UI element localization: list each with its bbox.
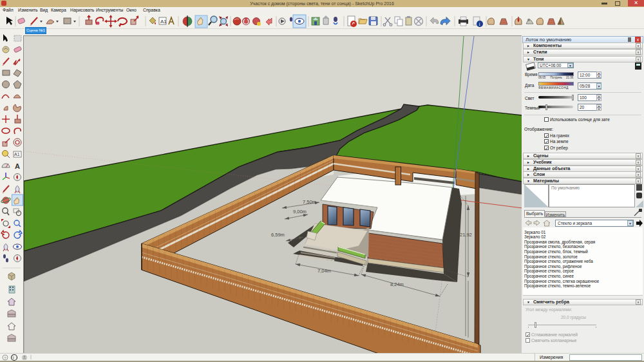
svg-text:7,04m: 7,04m: [317, 268, 331, 274]
svg-text:21,92: 21,92: [460, 232, 472, 238]
svg-text:7,50m: 7,50m: [303, 199, 316, 205]
svg-text:A: A: [15, 162, 20, 170]
svg-text:9,00m: 9,00m: [293, 209, 307, 214]
svg-text:8,24m: 8,24m: [390, 281, 404, 287]
svg-text:A1: A1: [160, 19, 167, 24]
svg-text:?: ?: [4, 356, 6, 360]
svg-text:6,59m: 6,59m: [271, 232, 285, 238]
svg-text:A1: A1: [14, 152, 20, 157]
svg-text:i: i: [13, 356, 14, 360]
